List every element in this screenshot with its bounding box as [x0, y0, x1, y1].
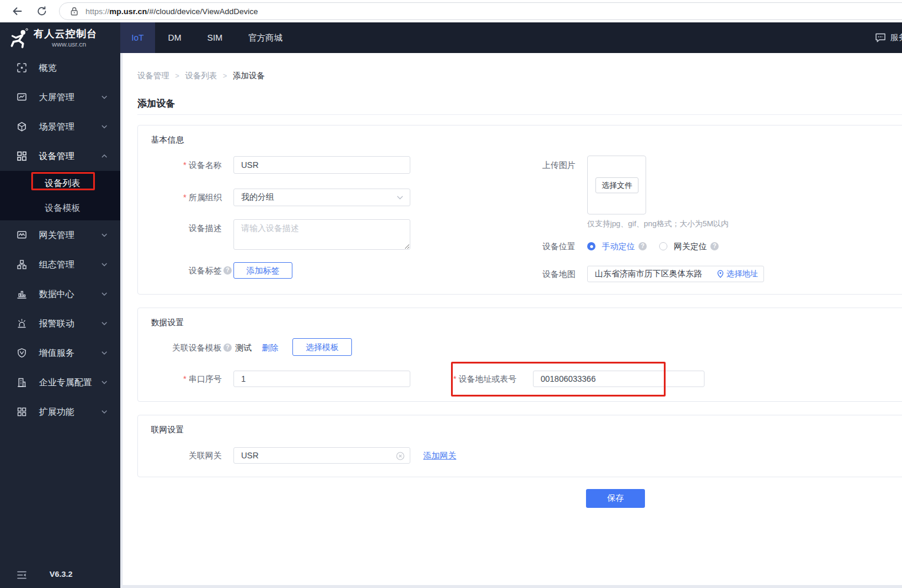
manual-location-help-icon[interactable]	[638, 242, 647, 250]
upload-image-dropzone[interactable]: 选择文件	[587, 156, 646, 214]
chevron-down-icon	[101, 125, 107, 128]
device-name-label: 设备名称	[138, 156, 222, 174]
device-map-field[interactable]: 山东省济南市历下区奥体东路 选择地址	[587, 266, 764, 282]
choose-file-button[interactable]: 选择文件	[595, 177, 638, 193]
device-address-input[interactable]	[533, 371, 705, 387]
basic-info-card: 基本信息 设备名称 所属组织 我的分组 设备描述 设备标签 添加标签 上传图片 …	[137, 125, 902, 295]
sidebar-item-alarm[interactable]: 报警联动	[0, 309, 120, 338]
configuration-icon	[17, 259, 27, 270]
device-address-label: 设备地址或表号	[433, 371, 516, 387]
service-menu[interactable]: 服务	[875, 22, 902, 53]
usr-runner-logo-icon	[9, 28, 30, 49]
linked-template-label: 关联设备模板	[138, 339, 222, 356]
device-description-label: 设备描述	[138, 219, 222, 237]
chevron-down-icon	[101, 233, 107, 237]
gateway-location-help-icon[interactable]	[710, 242, 719, 250]
serial-number-input[interactable]	[233, 371, 410, 387]
page-title: 添加设备	[137, 98, 175, 110]
tab-official-mall[interactable]: 官方商城	[235, 22, 295, 53]
chevron-down-icon	[101, 95, 107, 99]
linked-template-value: 测试	[235, 339, 252, 356]
datacenter-icon	[17, 289, 27, 299]
upload-hint: 仅支持jpg、gif、png格式；大小为5M以内	[587, 219, 729, 229]
add-gateway-link[interactable]: 添加网关	[423, 447, 456, 464]
lock-icon	[70, 6, 78, 16]
organization-select[interactable]: 我的分组	[233, 189, 410, 206]
browser-back-icon[interactable]	[9, 4, 25, 19]
device-location-label: 设备位置	[492, 238, 575, 255]
choose-address-link[interactable]: 选择地址	[717, 266, 758, 282]
serial-number-label: 串口序号	[138, 371, 222, 387]
device-tags-help-icon[interactable]	[223, 266, 232, 275]
sidebar-item-bigscreen[interactable]: 大屏管理	[0, 82, 120, 112]
tab-sim[interactable]: SIM	[195, 22, 236, 53]
gateway-location-option[interactable]: 网关定位	[674, 238, 707, 255]
sidebar-item-device-template[interactable]: 设备模板	[0, 196, 120, 220]
save-button[interactable]: 保存	[586, 489, 645, 508]
sidebar-item-gateway[interactable]: 网关管理	[0, 220, 120, 250]
alarm-icon	[17, 318, 27, 329]
bigscreen-icon	[17, 92, 27, 103]
data-settings-title: 数据设置	[151, 318, 184, 328]
device-description-textarea[interactable]	[233, 219, 410, 250]
manual-location-option[interactable]: 手动定位	[602, 238, 635, 255]
sidebar-collapse-icon[interactable]	[17, 570, 27, 580]
device-map-label: 设备地图	[492, 266, 575, 282]
chevron-down-icon	[101, 292, 107, 296]
tab-iot[interactable]: IoT	[120, 22, 155, 53]
upload-image-label: 上传图片	[492, 156, 575, 174]
value-service-icon	[17, 348, 27, 358]
select-template-button[interactable]: 选择模板	[292, 338, 352, 356]
brand-title: 有人云控制台	[34, 27, 97, 41]
device-tags-label: 设备标签	[138, 262, 222, 279]
device-name-input[interactable]	[233, 156, 410, 174]
chat-icon	[875, 32, 886, 43]
extension-icon	[17, 407, 27, 417]
basic-info-title: 基本信息	[151, 135, 184, 146]
chevron-down-icon	[101, 381, 107, 384]
title-divider	[137, 114, 902, 115]
linked-gateway-label: 关联网关	[138, 447, 222, 464]
delete-template-link[interactable]: 删除	[262, 339, 278, 356]
enterprise-icon	[17, 377, 27, 388]
sidebar-item-device-management[interactable]: 设备管理	[0, 141, 120, 171]
brand-logo[interactable]: 有人云控制台 www.usr.cn	[0, 22, 120, 53]
add-tag-button[interactable]: 添加标签	[233, 262, 292, 279]
map-pin-icon	[717, 270, 724, 278]
main-content: 设备管理 > 设备列表 > 添加设备 添加设备 基本信息 设备名称 所属组织 我…	[120, 53, 902, 588]
linked-gateway-input[interactable]: USR	[233, 447, 410, 464]
sidebar-item-extension[interactable]: 扩展功能	[0, 397, 120, 427]
gateway-location-radio[interactable]	[659, 242, 667, 250]
sidebar-item-configuration[interactable]: 组态管理	[0, 250, 120, 279]
linked-gateway-value: USR	[241, 451, 259, 460]
url-text: https://mp.usr.cn/#/cloud/device/ViewAdd…	[85, 7, 258, 16]
chevron-down-icon	[101, 410, 107, 414]
sidebar-item-overview[interactable]: 概览	[0, 53, 120, 82]
sidebar-item-device-list[interactable]: 设备列表	[0, 171, 120, 196]
breadcrumb-device-list[interactable]: 设备列表	[185, 71, 217, 81]
sidebar-item-enterprise-config[interactable]: 企业专属配置	[0, 368, 120, 397]
sidebar-item-scene[interactable]: 场景管理	[0, 112, 120, 141]
app-window: https://mp.usr.cn/#/cloud/device/ViewAdd…	[0, 0, 902, 588]
sidebar-item-value-service[interactable]: 增值服务	[0, 338, 120, 368]
clear-icon[interactable]	[396, 452, 404, 460]
sidebar: 概览 大屏管理 场景管理 设备管理 设备列表 设备模板 网关管理	[0, 53, 120, 588]
breadcrumb-add-device: 添加设备	[233, 71, 265, 81]
tab-dm[interactable]: DM	[155, 22, 195, 53]
chevron-up-icon	[101, 154, 107, 158]
breadcrumb-device-management[interactable]: 设备管理	[137, 71, 169, 81]
browser-refresh-icon[interactable]	[34, 4, 50, 19]
overview-icon	[17, 62, 27, 73]
chevron-down-icon	[101, 351, 107, 355]
gateway-icon	[17, 230, 27, 240]
breadcrumb: 设备管理 > 设备列表 > 添加设备	[137, 71, 265, 81]
address-bar[interactable]: https://mp.usr.cn/#/cloud/device/ViewAdd…	[59, 2, 902, 20]
organization-label: 所属组织	[138, 189, 222, 206]
linked-template-help-icon[interactable]	[223, 343, 232, 352]
chevron-down-icon	[397, 196, 403, 200]
scene-icon	[17, 121, 27, 132]
version-label: V6.3.2	[50, 570, 73, 579]
data-settings-card: 数据设置 关联设备模板 测试 删除 选择模板 串口序号 设备地址或表号	[137, 308, 902, 402]
manual-location-radio[interactable]	[587, 242, 595, 250]
sidebar-item-datacenter[interactable]: 数据中心	[0, 279, 120, 309]
